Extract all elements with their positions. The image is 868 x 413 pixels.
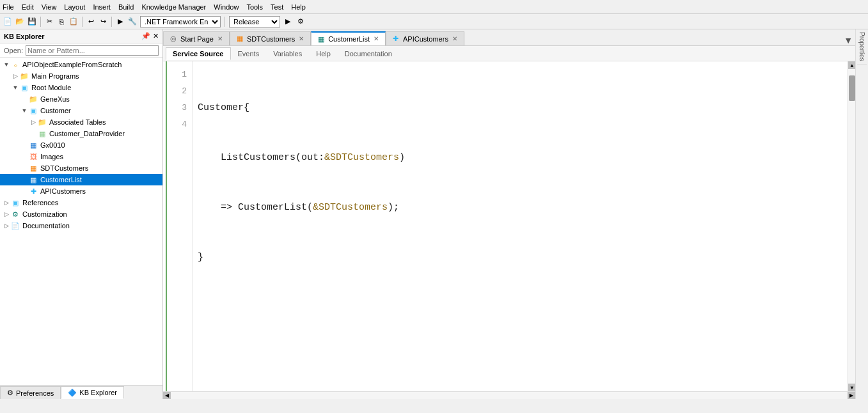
sidebar-header-icons: 📌 ✕ (141, 32, 159, 40)
scroll-thumb[interactable] (849, 75, 855, 101)
sidebar-pin-icon[interactable]: 📌 (141, 32, 150, 40)
scroll-left-btn[interactable]: ◀ (163, 392, 171, 400)
close-customerlist[interactable]: ✕ (372, 35, 380, 43)
tab-sdtcustomers[interactable]: ▦ SDTCustomers ✕ (230, 31, 311, 45)
tree-item-references[interactable]: ▷ ▣ References (0, 197, 162, 208)
search-input[interactable] (26, 45, 159, 56)
paste-icon[interactable]: 📋 (68, 17, 79, 27)
scroll-up-btn[interactable]: ▲ (848, 61, 855, 69)
tree-item-main-programs[interactable]: ▷ 📁 Main Programs (0, 70, 162, 82)
tree-item-apicustomers[interactable]: ✚ APICustomers (0, 185, 162, 197)
open-icon[interactable]: 📂 (15, 17, 25, 27)
tree-item-customer-dp[interactable]: ▦ Customer_DataProvider (0, 128, 162, 139)
menu-knowledge-manager[interactable]: Knowledge Manager (141, 3, 206, 11)
dp-icon: ▦ (37, 129, 47, 139)
tree-item-images[interactable]: 🖼 Images (0, 151, 162, 162)
menu-view[interactable]: View (42, 3, 57, 11)
sidebar: KB Explorer 📌 ✕ Open: ▼ ⬦ APIObjectExamp… (0, 29, 163, 399)
scroll-down-btn[interactable]: ▼ (848, 384, 855, 391)
tree-item-sdtcustomers[interactable]: ▦ SDTCustomers (0, 162, 162, 174)
customization-icon: ⚙ (10, 209, 20, 219)
undo-icon[interactable]: ↩ (86, 17, 96, 27)
close-api[interactable]: ✕ (451, 35, 459, 43)
menu-build[interactable]: Build (118, 3, 134, 11)
menu-tools[interactable]: Tools (246, 3, 263, 11)
scroll-right-btn[interactable]: ▶ (848, 392, 855, 400)
code-editor[interactable]: 1 2 3 4 Customer{ ListCustomers(out:&SDT… (163, 61, 855, 391)
subtab-help[interactable]: Help (309, 47, 338, 60)
tree-item-customerlist[interactable]: ▦ CustomerList (0, 174, 162, 185)
save-icon[interactable]: 💾 (27, 17, 37, 27)
tab-preferences[interactable]: ⚙ Preferences (0, 386, 61, 399)
expand-documentation[interactable]: ▷ (3, 222, 10, 229)
subtab-events[interactable]: Events (231, 47, 267, 60)
debug-icon[interactable]: 🔧 (127, 17, 138, 27)
toolbar-icon-group: 📄 📂 💾 ✂ ⎘ 📋 ↩ ↪ ▶ 🔧 (3, 17, 138, 27)
subtab-events-label: Events (238, 50, 260, 58)
tree-item-root-module[interactable]: ▼ ▣ Root Module (0, 82, 162, 93)
tree-item-root[interactable]: ▼ ⬦ APIObjectExampleFromScratch (0, 59, 162, 70)
expand-customization[interactable]: ▷ (3, 211, 10, 217)
menu-bar: File Edit View Layout Insert Build Knowl… (3, 3, 306, 11)
close-sdt[interactable]: ✕ (297, 35, 305, 43)
tree-item-documentation[interactable]: ▷ 📄 Documentation (0, 220, 162, 231)
tree-item-gx0010[interactable]: ▦ Gx0010 (0, 139, 162, 151)
tree-item-customer[interactable]: ▼ ▣ Customer (0, 105, 162, 116)
tree-item-associated-tables[interactable]: ▷ 📁 Associated Tables (0, 116, 162, 128)
copy-icon[interactable]: ⎘ (56, 17, 67, 27)
expand-root[interactable]: ▼ (3, 61, 10, 68)
menu-layout[interactable]: Layout (64, 3, 85, 11)
tab-kb-explorer[interactable]: 🔷 KB Explorer (61, 386, 124, 399)
separator4 (225, 17, 225, 27)
redo-icon[interactable]: ↪ (98, 17, 108, 27)
folder-icon: 📁 (19, 71, 29, 81)
main-layout: KB Explorer 📌 ✕ Open: ▼ ⬦ APIObjectExamp… (0, 29, 868, 399)
secondary-toolbar: 📄 📂 💾 ✂ ⎘ 📋 ↩ ↪ ▶ 🔧 .NET Framework En Re… (0, 14, 868, 29)
run-icon[interactable]: ▶ (283, 17, 293, 27)
properties-tab[interactable]: Properties (857, 29, 867, 65)
tab-start-page[interactable]: ◎ Start Page ✕ (163, 31, 230, 45)
new-icon[interactable]: 📄 (3, 17, 13, 27)
tree-item-genexus[interactable]: 📁 GeneXus (0, 93, 162, 105)
expand-customer[interactable]: ▼ (20, 107, 28, 114)
subtab-documentation[interactable]: Documentation (338, 47, 399, 60)
settings-icon[interactable]: ⚙ (296, 17, 306, 27)
kb-explorer-icon: 🔷 (68, 389, 77, 397)
menu-test[interactable]: Test (271, 3, 283, 11)
code-span: ) (399, 150, 405, 166)
menu-help[interactable]: Help (291, 3, 306, 11)
code-span: } (198, 249, 203, 266)
cut-icon[interactable]: ✂ (44, 17, 54, 27)
customerlist-tab-icon: ▦ (317, 35, 326, 43)
menu-file[interactable]: File (3, 3, 14, 11)
kb-explorer-label: KB Explorer (79, 389, 117, 396)
framework-select[interactable]: .NET Framework En (140, 16, 221, 27)
subtab-service-source[interactable]: Service Source (166, 47, 231, 60)
tab-customerlist[interactable]: ▦ CustomerList ✕ (311, 31, 386, 45)
tabs-dropdown-icon[interactable]: ▼ (844, 35, 853, 45)
tab-customerlist-label: CustomerList (328, 35, 370, 43)
expand-associated[interactable]: ▷ (29, 119, 37, 125)
start-page-icon: ◎ (169, 35, 178, 43)
api-tab-icon: ✚ (391, 35, 400, 43)
build-icon[interactable]: ▶ (115, 17, 125, 27)
menu-window[interactable]: Window (214, 3, 239, 11)
sdt-tab-icon: ▦ (235, 35, 244, 43)
code-line-3: => CustomerList(&SDTCustomers); (198, 199, 842, 216)
tab-sdt-label: SDTCustomers (247, 35, 295, 43)
subtab-variables[interactable]: Variables (266, 47, 309, 60)
code-content[interactable]: Customer{ ListCustomers(out:&SDTCustomer… (193, 61, 848, 391)
expand-main-programs[interactable]: ▷ (12, 73, 19, 79)
tab-apicustomers[interactable]: ✚ APICustomers ✕ (386, 31, 464, 45)
expand-root-module[interactable]: ▼ (12, 84, 19, 91)
tree-item-customization[interactable]: ▷ ⚙ Customization (0, 208, 162, 220)
customer-module-icon: ▣ (28, 105, 38, 116)
close-start-page[interactable]: ✕ (216, 35, 224, 43)
sidebar-close-icon[interactable]: ✕ (153, 32, 159, 40)
tabs-overflow: ▼ (841, 35, 855, 45)
expand-references[interactable]: ▷ (3, 199, 10, 206)
menu-edit[interactable]: Edit (22, 3, 34, 11)
line-num-1: 1 (167, 66, 192, 83)
release-select[interactable]: Release (229, 16, 280, 27)
menu-insert[interactable]: Insert (93, 3, 111, 11)
